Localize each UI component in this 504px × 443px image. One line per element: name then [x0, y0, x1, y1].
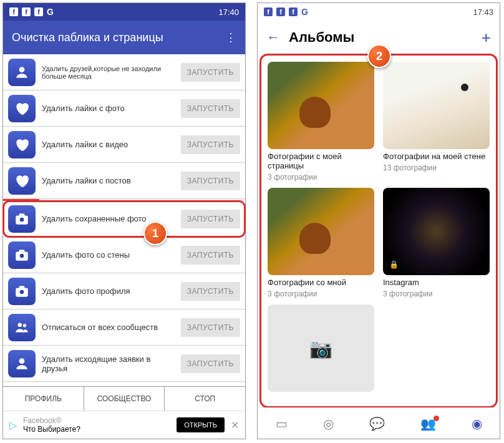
phone-cleaner-app: f f f G 17:40 Очистка паблика и страницы… [2, 2, 246, 439]
ad-content[interactable]: Facebook® Что Выбираете? [23, 416, 170, 434]
status-bar: f f f G 17:43 [258, 3, 500, 21]
album-title: Фотографии на моей стене [383, 152, 490, 161]
svg-rect-9 [19, 286, 25, 288]
album-card[interactable]: 🔒 Instagram 3 фотографии [383, 188, 490, 298]
run-button[interactable]: ЗАПУСТИТЬ [181, 282, 240, 301]
google-icon: G [301, 7, 308, 17]
toolbar-title: Очистка паблика и страницы [12, 31, 163, 44]
nav-messages-icon[interactable]: 💬 [369, 416, 385, 431]
list-item-label: Удалить друзей,которые не заходили больш… [42, 65, 175, 80]
heart-icon [8, 131, 36, 158]
nav-feed-icon[interactable]: ▭ [276, 416, 288, 431]
svg-point-10 [18, 323, 22, 327]
page-title: Альбомы [289, 29, 473, 46]
fb-icon: f [264, 7, 273, 16]
heart-icon [8, 167, 36, 195]
album-count: 3 фотографии [268, 173, 374, 182]
album-card[interactable]: Фотографии на моей стене 13 фотографии [383, 62, 490, 182]
run-button[interactable]: ЗАПУСТИТЬ [181, 210, 240, 228]
fb-icon: f [9, 7, 18, 16]
bottom-tabs: ПРОФИЛЬ СООБЩЕСТВО СТОП [3, 386, 245, 411]
album-thumbnail [268, 188, 374, 275]
album-count: 13 фотографии [383, 163, 490, 172]
camera-icon [8, 205, 36, 233]
person-icon [8, 59, 36, 86]
camera-icon [8, 241, 36, 269]
ad-open-button[interactable]: ОТКРЫТЬ [177, 417, 225, 432]
run-button[interactable]: ЗАПУСТИТЬ [181, 99, 240, 118]
svg-point-12 [19, 358, 25, 364]
menu-overflow-icon[interactable]: ⋮ [225, 31, 236, 44]
albums-grid: Фотографии с моей страницы 3 фотографии … [261, 56, 496, 406]
list-item[interactable]: Удалить лайки с постов ЗАПУСТИТЬ [3, 163, 245, 199]
run-button[interactable]: ЗАПУСТИТЬ [181, 135, 240, 154]
list-item[interactable]: Удалить лайки с фото ЗАПУСТИТЬ [3, 90, 245, 127]
album-card[interactable]: Фотографии с моей страницы 3 фотографии [268, 62, 374, 182]
run-button[interactable]: ЗАПУСТИТЬ [181, 318, 240, 337]
svg-point-8 [20, 290, 24, 294]
clock: 17:43 [473, 7, 493, 17]
album-title: Фотографии с моей страницы [268, 152, 374, 170]
album-card-new[interactable]: 📷 [268, 304, 374, 392]
run-button[interactable]: ЗАПУСТИТЬ [181, 172, 240, 190]
camera-icon: 📷 [268, 304, 374, 392]
list-item-selected[interactable]: Удалить сохраненные фото ЗАПУСТИТЬ [3, 201, 245, 237]
list-item[interactable]: Удалить исходящие заявки в друзья ЗАПУСТ… [3, 346, 245, 382]
tab-community[interactable]: СООБЩЕСТВО [84, 387, 165, 411]
list-item-label: Отписаться от всех сообществ [42, 323, 175, 332]
person-icon [8, 350, 36, 377]
list-item-label: Удалить лайки с видео [42, 140, 175, 149]
album-thumbnail [383, 62, 490, 149]
run-button[interactable]: ЗАПУСТИТЬ [181, 63, 240, 82]
album-thumbnail [268, 62, 374, 149]
fb-icon: f [34, 7, 43, 16]
list-item[interactable]: Удалить друзей,которые не заходили больш… [3, 54, 245, 90]
album-count: 3 фотографии [268, 290, 374, 298]
list-item[interactable]: Удалить лайки с видео ЗАПУСТИТЬ [3, 127, 245, 163]
album-title: Instagram [383, 278, 490, 287]
heart-icon [8, 95, 36, 122]
annotation-marker-1: 1 [143, 221, 167, 245]
back-icon[interactable]: ← [266, 29, 280, 46]
tab-profile[interactable]: ПРОФИЛЬ [3, 387, 84, 411]
list-item[interactable]: Удалить фото со стены ЗАПУСТИТЬ [3, 237, 245, 273]
nav-friends-icon[interactable]: 👥 [420, 416, 436, 431]
album-card[interactable]: Фотографии со мной 3 фотографии [268, 188, 374, 298]
list-item-label: Удалить фото со стены [42, 250, 175, 260]
fb-icon: f [289, 7, 298, 16]
list-item-label: Удалить лайки с постов [42, 176, 175, 185]
svg-point-11 [23, 324, 26, 327]
phone-albums-app: f f f G 17:43 ← Альбомы + Фотографии с м… [257, 2, 500, 439]
album-count: 3 фотографии [383, 290, 490, 298]
run-button[interactable]: ЗАПУСТИТЬ [181, 246, 240, 265]
fb-icon: f [22, 7, 31, 16]
list-item-label: Удалить фото профиля [42, 286, 175, 296]
album-thumbnail: 🔒 [383, 188, 490, 275]
list-item[interactable]: Отписаться от всех сообществ ЗАПУСТИТЬ [3, 309, 245, 346]
google-icon: G [47, 7, 54, 17]
list-item-label: Удалить лайки с фото [42, 104, 175, 113]
run-button[interactable]: ЗАПУСТИТЬ [181, 354, 240, 373]
bottom-nav: ▭ ◎ 💬 👥 ◉ [258, 407, 500, 439]
svg-rect-3 [19, 213, 25, 216]
svg-point-2 [20, 217, 24, 221]
status-bar: f f f G 17:40 [3, 3, 245, 21]
ad-close-icon[interactable]: ✕ [231, 419, 239, 431]
nav-explore-icon[interactable]: ◎ [323, 416, 334, 431]
annotation-marker-2: 2 [367, 44, 391, 68]
svg-point-0 [19, 67, 25, 72]
album-title: Фотографии со мной [268, 278, 374, 287]
camera-icon [8, 278, 36, 305]
people-icon [8, 314, 36, 341]
tab-stop[interactable]: СТОП [165, 387, 245, 411]
ad-choices-icon[interactable]: ▷ [9, 419, 17, 431]
clock: 17:40 [218, 7, 239, 17]
ad-banner: ▷ Facebook® Что Выбираете? ОТКРЫТЬ ✕ [3, 411, 245, 439]
add-icon[interactable]: + [482, 28, 491, 47]
action-list: Удалить друзей,которые не заходили больш… [3, 54, 245, 386]
list-item-label: Удалить исходящие заявки в друзья [42, 354, 175, 373]
nav-profile-icon[interactable]: ◉ [472, 416, 482, 431]
fb-icon: f [276, 7, 285, 16]
list-item[interactable]: Удалить фото профиля ЗАПУСТИТЬ [3, 273, 245, 309]
svg-rect-6 [19, 250, 25, 252]
